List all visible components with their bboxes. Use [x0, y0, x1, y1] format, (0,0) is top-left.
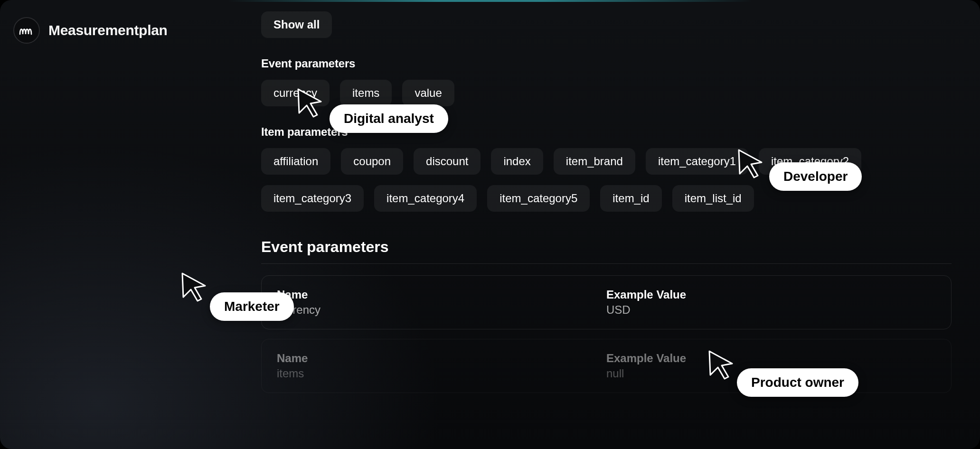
parameter-card: Name currency Example Value USD: [261, 275, 952, 329]
cursor-label-marketer: Marketer: [210, 292, 294, 321]
chip-item-brand[interactable]: item_brand: [554, 148, 635, 175]
cursor-icon: [707, 349, 737, 380]
cursor-icon: [736, 148, 766, 178]
cursor-developer: Developer: [736, 148, 862, 191]
cursor-label-developer: Developer: [769, 162, 862, 191]
cursor-label-product-owner: Product owner: [737, 368, 858, 397]
chip-item-category5[interactable]: item_category5: [487, 185, 590, 212]
event-parameters-label: Event parameters: [261, 57, 952, 70]
brand-logo: [13, 17, 40, 44]
cursor-marketer: Marketer: [179, 271, 294, 321]
chip-item-category3[interactable]: item_category3: [261, 185, 364, 212]
chip-discount[interactable]: discount: [414, 148, 481, 175]
chip-item-category1[interactable]: item_category1: [646, 148, 748, 175]
show-all-button[interactable]: Show all: [261, 11, 332, 38]
chip-item-id[interactable]: item_id: [600, 185, 661, 212]
logo-squiggle-icon: [19, 25, 34, 36]
cursor-label-analyst: Digital analyst: [330, 104, 448, 133]
card-name-label: Name: [277, 352, 606, 365]
cursor-icon: [295, 87, 326, 118]
chip-coupon[interactable]: coupon: [341, 148, 403, 175]
brand-name: Measurementplan: [48, 22, 168, 38]
event-parameters-title: Event parameters: [261, 238, 952, 256]
card-example-label: Example Value: [606, 288, 936, 301]
chip-index[interactable]: index: [491, 148, 543, 175]
window-accent: [228, 0, 752, 2]
cursor-icon: [179, 271, 210, 302]
card-name-value: currency: [277, 303, 606, 317]
cursor-product-owner: Product owner: [707, 349, 858, 397]
card-example-value: USD: [606, 303, 936, 317]
app-header: Measurementplan: [13, 17, 168, 44]
chip-item-category4[interactable]: item_category4: [374, 185, 477, 212]
cursor-analyst: Digital analyst: [295, 87, 448, 133]
divider: [261, 263, 952, 264]
card-name-value: items: [277, 367, 606, 380]
chip-affiliation[interactable]: affiliation: [261, 148, 330, 175]
card-name-label: Name: [277, 288, 606, 301]
